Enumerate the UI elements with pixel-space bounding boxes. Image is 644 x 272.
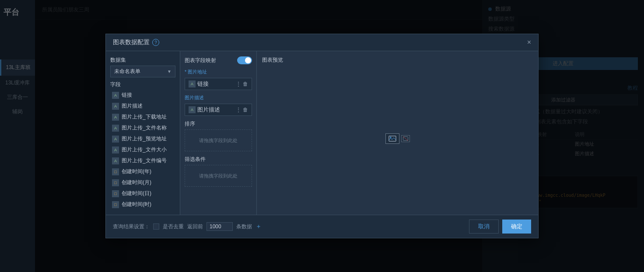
unit-label: 条数据	[236, 223, 252, 230]
delete-icon-1[interactable]: 🗑	[243, 81, 248, 87]
preview-img-icon-1	[385, 133, 399, 144]
mapping-group-img-url: * 图片地址 A 链接 ⋮ 🗑	[185, 69, 252, 90]
dedup-checkbox[interactable]	[153, 223, 159, 230]
mapping-field-row-2: A 图片描述 ⋮ 🗑	[185, 104, 252, 116]
filter-drop-area[interactable]: 请拖拽字段到此处	[185, 165, 252, 187]
fields-list: A 链接 A 图片描述 A 图片上传_下载地址 A	[110, 90, 175, 209]
field-icon-date: □	[112, 168, 119, 175]
more-icon-1[interactable]: ⋮	[236, 81, 241, 87]
mapping-field-content-2: A 图片描述	[189, 106, 220, 114]
field-item-link[interactable]: A 链接	[110, 90, 175, 100]
preview-content	[262, 67, 533, 209]
field-item-filesize[interactable]: A 图片上传_文件大小	[110, 145, 175, 155]
sort-section: 排序 请拖拽字段到此处	[185, 120, 252, 151]
modal-title: 图表数据配置 ?	[113, 38, 159, 46]
dataset-panel: 数据集 未命名表单 ▼ 字段 A 链接 A	[106, 51, 180, 215]
mapping-field-row-1: A 链接 ⋮ 🗑	[185, 78, 252, 90]
svg-line-3	[403, 136, 408, 141]
mapping-group-img-desc: 图片描述 A 图片描述 ⋮ 🗑	[185, 94, 252, 116]
field-icon-text: A	[112, 146, 119, 153]
field-icon-text: A	[112, 92, 119, 99]
field-item-create-month[interactable]: □ 创建时间(月)	[110, 178, 175, 188]
field-item-fileno[interactable]: A 图片上传_文件编号	[110, 156, 175, 166]
field-icon-date: □	[112, 179, 119, 186]
delete-icon-2[interactable]: 🗑	[243, 107, 248, 113]
field-icon-text: A	[112, 136, 119, 143]
close-button[interactable]: ×	[527, 39, 531, 46]
field-item-preview-url[interactable]: A 图片上传_预览地址	[110, 134, 175, 144]
mapping-header: 图表字段映射	[185, 56, 252, 64]
field-icon-text: A	[112, 114, 119, 121]
modal-dialog: 图表数据配置 ? × 数据集 未命名表单 ▼ 字段	[105, 34, 539, 238]
filter-section: 筛选条件 请拖拽字段到此处	[185, 156, 252, 187]
field-icon-text: A	[112, 125, 119, 132]
mapping-title: 图表字段映射	[185, 57, 216, 64]
mapping-field-actions-2: ⋮ 🗑	[236, 107, 248, 113]
mapping-group-title-2: 图片描述	[185, 94, 252, 102]
modal-overlay: 图表数据配置 ? × 数据集 未命名表单 ▼ 字段	[0, 0, 644, 272]
help-icon[interactable]: ?	[152, 39, 159, 46]
field-icon-text: A	[112, 157, 119, 164]
field-item-create-day[interactable]: □ 创建时间(日)	[110, 188, 175, 199]
confirm-button[interactable]: 确定	[502, 220, 531, 234]
field-icon-date: □	[112, 190, 119, 197]
field-icon-mapping-2: A	[189, 106, 196, 113]
sort-drop-area[interactable]: 请拖拽字段到此处	[185, 129, 252, 151]
query-settings-label: 查询结果设置：	[113, 223, 150, 230]
field-item-create-year[interactable]: □ 创建时间(年)	[110, 167, 175, 177]
footer-right: 取消 确定	[469, 220, 531, 234]
field-icon-text: A	[112, 103, 119, 110]
sort-title: 排序	[185, 120, 252, 128]
preview-panel: 图表预览	[257, 51, 538, 215]
field-item-img-desc[interactable]: A 图片描述	[110, 101, 175, 111]
mapping-field-content-1: A 链接	[189, 80, 209, 88]
svg-point-1	[390, 136, 391, 138]
return-label: 返回前	[187, 223, 203, 230]
dataset-title: 数据集	[110, 56, 175, 64]
mapping-group-title-1: * 图片地址	[185, 69, 252, 76]
footer-left: 查询结果设置： 是否去重 返回前 条数据 ＋	[113, 222, 262, 231]
mapping-toggle[interactable]	[237, 56, 252, 64]
filter-title: 筛选条件	[185, 156, 252, 163]
field-item-upload-url[interactable]: A 图片上传_下载地址	[110, 112, 175, 122]
dataset-select[interactable]: 未命名表单 ▼	[110, 66, 175, 77]
mapping-field-actions-1: ⋮ 🗑	[236, 81, 248, 87]
more-icon-2[interactable]: ⋮	[236, 107, 241, 113]
cancel-button[interactable]: 取消	[469, 220, 499, 234]
preview-image-placeholder	[385, 133, 410, 144]
preview-title: 图表预览	[262, 56, 283, 64]
dedup-label: 是否去重	[163, 223, 184, 230]
field-icon-date: □	[112, 201, 119, 208]
modal-header: 图表数据配置 ? ×	[106, 34, 538, 51]
modal-body: 数据集 未命名表单 ▼ 字段 A 链接 A	[106, 51, 538, 215]
mapping-panel: 图表字段映射 * 图片地址 A 链接 ⋮ 🗑	[180, 51, 257, 215]
plus-button[interactable]: ＋	[256, 223, 262, 230]
preview-img-icon-2	[401, 135, 410, 142]
field-item-filename[interactable]: A 图片上传_文件名称	[110, 123, 175, 133]
count-input[interactable]	[206, 222, 233, 231]
field-item-create-hour[interactable]: □ 创建时间(时)	[110, 199, 175, 209]
modal-footer: 查询结果设置： 是否去重 返回前 条数据 ＋ 取消 确定	[106, 215, 538, 238]
field-icon-mapping-1: A	[189, 80, 196, 87]
fields-title: 字段	[110, 81, 175, 88]
